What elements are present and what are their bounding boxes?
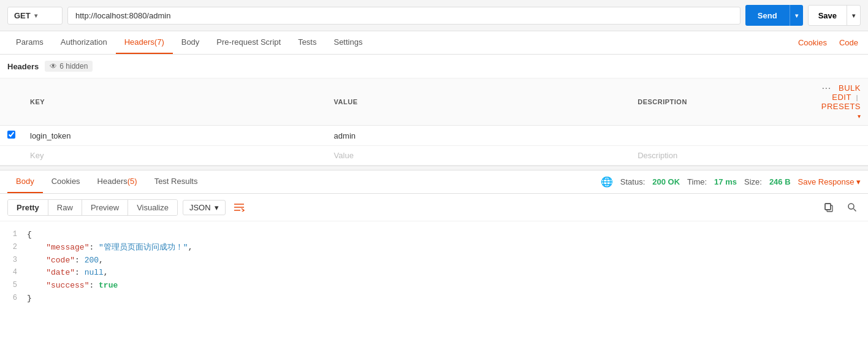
eye-icon: 👁 bbox=[50, 62, 57, 71]
desc-cell[interactable] bbox=[630, 126, 814, 146]
tab-tests[interactable]: Tests bbox=[289, 31, 325, 54]
wrap-icon[interactable] bbox=[230, 199, 248, 216]
code-line-3: 3 "code": 200, bbox=[0, 254, 868, 267]
code-line-2: 2 "message": "管理员页面访问成功！", bbox=[0, 242, 868, 254]
json-val-date: null bbox=[85, 268, 104, 277]
table-row-empty: Key Value Description bbox=[0, 146, 868, 166]
th-value: VALUE bbox=[327, 78, 631, 126]
th-more: ··· Bulk Edit | Presets ▾ bbox=[814, 78, 868, 126]
copy-icon-btn[interactable] bbox=[820, 199, 837, 216]
value-cell[interactable]: admin bbox=[327, 126, 631, 146]
send-button-group: Send ▾ bbox=[745, 5, 803, 26]
empty-desc-placeholder: Description bbox=[638, 151, 677, 160]
method-chevron: ▾ bbox=[34, 12, 37, 19]
time-value: 17 ms bbox=[714, 177, 737, 186]
response-tab-cookies[interactable]: Cookies bbox=[43, 170, 89, 193]
format-raw-btn[interactable]: Raw bbox=[48, 200, 82, 215]
size-value: 246 B bbox=[769, 177, 791, 186]
th-key: KEY bbox=[23, 78, 327, 126]
empty-desc-cell[interactable]: Description bbox=[630, 146, 814, 166]
time-label: Time: bbox=[687, 177, 707, 186]
key-value: login_token bbox=[30, 131, 71, 140]
tab-right-links: Cookies Code bbox=[796, 32, 861, 53]
svg-rect-4 bbox=[825, 204, 831, 210]
send-button[interactable]: Send bbox=[745, 5, 790, 26]
hidden-count: 6 hidden bbox=[59, 62, 88, 71]
save-button-group: Save ▾ bbox=[808, 5, 861, 26]
th-checkbox bbox=[0, 78, 23, 126]
section-divider bbox=[0, 166, 868, 170]
svg-point-6 bbox=[848, 204, 854, 209]
top-bar: GET ▾ Send ▾ Save ▾ bbox=[0, 0, 868, 31]
response-tab-headers[interactable]: Headers(5) bbox=[89, 170, 146, 193]
empty-key-cell[interactable]: Key bbox=[23, 146, 327, 166]
format-btn-group: Pretty Raw Preview Visualize bbox=[7, 199, 178, 216]
json-key-success: "success" bbox=[46, 281, 89, 290]
response-meta: 🌐 Status: 200 OK Time: 17 ms Size: 246 B… bbox=[601, 176, 861, 188]
size-label: Size: bbox=[744, 177, 762, 186]
key-cell[interactable]: login_token bbox=[23, 126, 327, 146]
format-preview-btn[interactable]: Preview bbox=[82, 200, 128, 215]
headers-section: Headers 👁 6 hidden bbox=[0, 55, 868, 78]
tab-prerequest[interactable]: Pre-request Script bbox=[208, 31, 289, 54]
headers-table: KEY VALUE DESCRIPTION ··· Bulk Edit | Pr… bbox=[0, 78, 868, 166]
tab-settings[interactable]: Settings bbox=[325, 31, 371, 54]
json-key-message: "message" bbox=[46, 243, 89, 252]
save-response-btn[interactable]: Save Response ▾ bbox=[798, 177, 861, 186]
headers-label: Headers bbox=[7, 62, 39, 71]
tab-body[interactable]: Body bbox=[173, 31, 208, 54]
format-right bbox=[820, 199, 861, 216]
status-value: 200 OK bbox=[652, 177, 680, 186]
code-line-4: 4 "date": null, bbox=[0, 267, 868, 280]
format-bar: Pretty Raw Preview Visualize JSON ▾ bbox=[0, 194, 868, 221]
tab-headers[interactable]: Headers(7) bbox=[116, 31, 173, 54]
request-tabs: Params Authorization Headers(7) Body Pre… bbox=[0, 31, 868, 55]
status-label: Status: bbox=[620, 177, 645, 186]
code-line-6: 6 } bbox=[0, 292, 868, 305]
save-button[interactable]: Save bbox=[809, 6, 847, 25]
response-tabs: Body Cookies Headers(5) Test Results 🌐 S… bbox=[0, 170, 868, 194]
row-value: admin bbox=[334, 131, 356, 140]
empty-actions bbox=[814, 146, 868, 166]
presets-btn[interactable]: Presets ▾ bbox=[821, 102, 861, 120]
empty-value-cell[interactable]: Value bbox=[327, 146, 631, 166]
row-checkbox[interactable] bbox=[7, 131, 15, 139]
format-visualize-btn[interactable]: Visualize bbox=[128, 200, 177, 215]
json-val-message: "管理员页面访问成功！" bbox=[99, 243, 188, 252]
json-key-date: "date" bbox=[46, 268, 75, 277]
tab-params[interactable]: Params bbox=[7, 31, 52, 54]
more-dots-btn[interactable]: ··· bbox=[822, 85, 831, 92]
response-tab-test-results[interactable]: Test Results bbox=[146, 170, 207, 193]
hidden-badge[interactable]: 👁 6 hidden bbox=[45, 61, 93, 72]
json-val-code: 200 bbox=[85, 256, 99, 265]
code-line-5: 5 "success": true bbox=[0, 280, 868, 292]
save-dropdown-arrow[interactable]: ▾ bbox=[847, 6, 860, 25]
empty-value-placeholder: Value bbox=[334, 151, 354, 160]
tab-authorization[interactable]: Authorization bbox=[52, 31, 116, 54]
cookies-link[interactable]: Cookies bbox=[796, 32, 829, 53]
empty-key-placeholder: Key bbox=[30, 151, 44, 160]
row-actions bbox=[814, 126, 868, 146]
json-val-success: true bbox=[99, 281, 118, 290]
row-checkbox-cell[interactable] bbox=[0, 126, 23, 146]
code-area: 1 { 2 "message": "管理员页面访问成功！", 3 "code":… bbox=[0, 221, 868, 313]
th-description: DESCRIPTION bbox=[630, 78, 814, 126]
format-select[interactable]: JSON ▾ bbox=[183, 200, 226, 215]
response-tab-body[interactable]: Body bbox=[7, 170, 43, 193]
svg-line-7 bbox=[854, 209, 856, 212]
code-line-1: 1 { bbox=[0, 229, 868, 242]
code-link[interactable]: Code bbox=[837, 32, 861, 53]
url-input[interactable] bbox=[67, 7, 740, 25]
method-select[interactable]: GET ▾ bbox=[7, 7, 63, 25]
method-label: GET bbox=[14, 11, 31, 20]
send-dropdown-arrow[interactable]: ▾ bbox=[790, 5, 803, 26]
json-key-code: "code" bbox=[46, 256, 75, 265]
table-row: login_token admin bbox=[0, 126, 868, 146]
format-pretty-btn[interactable]: Pretty bbox=[8, 200, 48, 215]
empty-checkbox-cell bbox=[0, 146, 23, 166]
search-icon-btn[interactable] bbox=[843, 199, 861, 216]
globe-icon[interactable]: 🌐 bbox=[601, 176, 613, 188]
